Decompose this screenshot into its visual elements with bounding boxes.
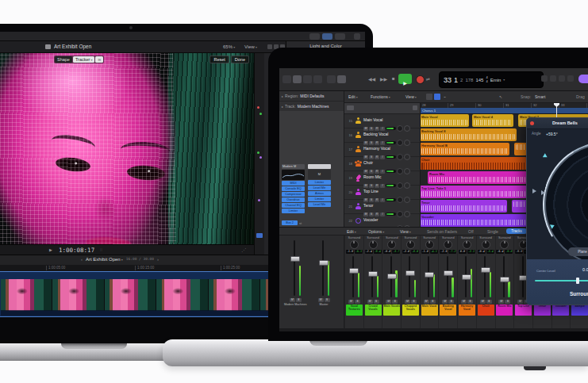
mixer-options-menu[interactable]: Options xyxy=(368,229,384,234)
pan-knob[interactable] xyxy=(406,240,415,249)
mute-button[interactable]: M xyxy=(318,298,324,302)
mute-button[interactable]: M xyxy=(386,300,391,304)
disclosure-icon[interactable]: ▸ xyxy=(282,105,283,109)
audio-region[interactable]: Main Vocal 4 xyxy=(472,114,513,127)
view-menu[interactable]: View xyxy=(405,94,417,99)
panel-toggle-icon[interactable] xyxy=(256,233,263,238)
rewind-icon[interactable]: ◀◀ xyxy=(368,76,375,82)
tracker-dropdown[interactable]: Tracker xyxy=(73,56,95,63)
mute-button[interactable]: M xyxy=(367,300,373,304)
master-pill[interactable] xyxy=(578,75,588,83)
track-sort-icon[interactable] xyxy=(347,105,354,110)
pan-knob[interactable] xyxy=(425,240,434,249)
stop-icon[interactable]: ■ xyxy=(392,76,395,81)
pointer-tool-icon[interactable]: ↖ xyxy=(499,94,502,99)
solo-button[interactable]: S xyxy=(325,298,330,302)
browser-layout-icon[interactable] xyxy=(309,33,320,40)
prev-clip-icon[interactable]: ‹ xyxy=(81,257,83,262)
volume-fader[interactable] xyxy=(402,255,418,299)
audio-region[interactable]: Room Mic xyxy=(428,171,527,184)
inspector-toggle-icon[interactable] xyxy=(293,75,302,83)
audio-region[interactable]: Harmony Vocal B xyxy=(420,143,509,155)
browser-icon[interactable] xyxy=(559,75,565,82)
mixer-channel[interactable]: Surround -1.8-4.1 MS Main Vocal xyxy=(420,236,439,328)
audio-region[interactable] xyxy=(514,143,527,155)
mixer-channel[interactable]: Surround -6.4-9.8 MS Room Mic xyxy=(495,236,514,328)
audio-region[interactable]: Main Vocal xyxy=(420,114,469,127)
view-dropdown[interactable]: View xyxy=(244,44,257,49)
plugin-slot[interactable]: Limiter xyxy=(282,209,305,213)
library-icon[interactable] xyxy=(282,75,291,83)
keyframe-dot-green[interactable] xyxy=(259,113,262,115)
expand-icon[interactable] xyxy=(241,247,246,252)
keyframe-dot-green[interactable] xyxy=(257,151,259,154)
zoom-level-dropdown[interactable]: 65% xyxy=(223,44,235,49)
mixer-channel[interactable]: Surround -2.8-8.8 MS Chopped Vocals xyxy=(401,236,420,328)
plugin-slot[interactable]: Limiter xyxy=(308,197,331,201)
pan-knob[interactable] xyxy=(350,240,359,249)
plugin-window[interactable]: Dream Bells Angle +59.5° Diversity Plane… xyxy=(526,117,588,305)
volume-fader[interactable] xyxy=(497,255,513,299)
region-inspector-header[interactable]: ▸ Region: MIDI Defaults xyxy=(279,91,344,101)
volume-fader[interactable] xyxy=(365,255,381,299)
next-clip-icon[interactable]: › xyxy=(157,257,159,262)
tracks-view-button[interactable]: Tracks xyxy=(506,228,527,234)
sends-off-value[interactable]: Off xyxy=(468,229,474,234)
volume-fader[interactable] xyxy=(459,255,475,299)
list-editors-icon[interactable] xyxy=(541,75,548,82)
close-icon[interactable] xyxy=(530,121,534,125)
audio-region[interactable]: Backing Vocal 8 xyxy=(420,128,517,141)
solo-button[interactable]: S xyxy=(505,300,510,304)
shape-button[interactable]: Shape xyxy=(55,56,72,63)
center-level-slider[interactable] xyxy=(535,280,588,282)
track-header[interactable]: 22 Vocoder MSRI xyxy=(344,214,420,227)
play-button[interactable] xyxy=(398,74,412,84)
volume-fader[interactable] xyxy=(440,255,456,299)
grid-tool-icon[interactable] xyxy=(426,94,432,100)
single-view-button[interactable]: Single xyxy=(487,229,498,234)
eq-thumbnail[interactable] xyxy=(282,170,305,180)
mute-button[interactable]: M xyxy=(480,300,486,304)
audio-region[interactable]: Vocoder xyxy=(420,214,527,227)
plugin-slot[interactable]: Channel EQ xyxy=(282,203,305,208)
mixer-channel[interactable]: Surround -0.8-3.7 MS Main Vocals xyxy=(382,236,401,328)
volume-fader[interactable] xyxy=(478,255,494,299)
edit-menu[interactable]: Edit xyxy=(348,94,358,99)
mixer-channel[interactable]: Surround -0.4-3.4 MS Choir xyxy=(476,236,495,328)
plugin-slot[interactable]: Atmos xyxy=(308,191,331,196)
pan-knob[interactable] xyxy=(397,225,403,227)
solo-button[interactable]: S xyxy=(448,300,454,304)
audio-region[interactable]: Choir xyxy=(420,157,527,170)
setting-box[interactable] xyxy=(308,164,331,169)
mute-button[interactable]: M xyxy=(517,300,523,304)
audio-region[interactable]: Tenor xyxy=(420,200,507,213)
plugin-slot[interactable]: Overdrive xyxy=(282,197,305,202)
mixer-channel[interactable]: Surround -1.0-6.1 MS Vocal Textures xyxy=(344,236,363,328)
mixer-toggle-icon[interactable] xyxy=(303,75,312,83)
pan-knob[interactable] xyxy=(369,240,378,249)
mixer-channel[interactable]: Surround 0.0-2.1 MS Harmony Vocal xyxy=(457,236,476,328)
volume-fader[interactable] xyxy=(316,239,332,297)
volume-fader[interactable] xyxy=(384,255,400,299)
track-zoom-icon[interactable] xyxy=(413,105,417,110)
mute-button[interactable]: M xyxy=(348,300,354,304)
timeline-layout-icon[interactable] xyxy=(322,33,332,40)
plane-button[interactable]: Plane xyxy=(568,247,588,256)
solo-button[interactable]: S xyxy=(355,300,360,304)
solo-button[interactable]: S xyxy=(296,298,302,302)
plugin-slot[interactable]: Compressor xyxy=(282,192,305,197)
reset-button[interactable]: Reset xyxy=(209,56,229,63)
help-icon[interactable] xyxy=(567,75,574,82)
solo-button[interactable]: S xyxy=(430,300,436,304)
mixer-view-menu[interactable]: View xyxy=(400,229,411,234)
freeze-button[interactable] xyxy=(404,225,410,227)
keyframe-dot-red[interactable] xyxy=(257,106,259,109)
audio-region[interactable] xyxy=(512,200,527,213)
solo-button[interactable]: S xyxy=(392,300,398,304)
solo-button[interactable]: S xyxy=(374,300,379,304)
plugin-slot[interactable]: Level Mtr xyxy=(308,186,331,190)
plugin-slot[interactable]: Level Mtr xyxy=(308,202,331,207)
record-button[interactable] xyxy=(416,75,425,84)
editors-icon[interactable] xyxy=(327,75,336,83)
snap-value-dropdown[interactable]: Smart xyxy=(535,94,545,99)
